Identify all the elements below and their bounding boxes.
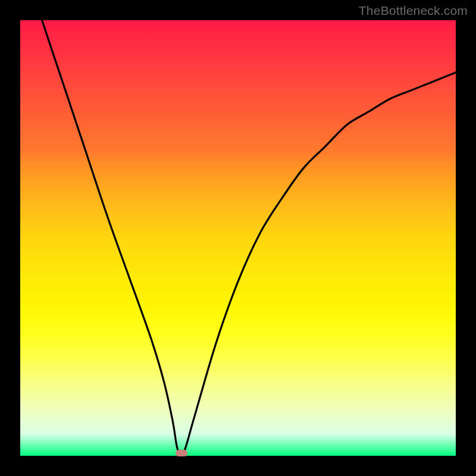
optimal-marker	[176, 450, 187, 456]
chart-frame: TheBottleneck.com	[0, 0, 476, 476]
curve-svg	[20, 20, 456, 456]
attribution-text: TheBottleneck.com	[359, 4, 468, 18]
plot-area	[20, 20, 456, 456]
bottleneck-curve-path	[42, 20, 456, 456]
